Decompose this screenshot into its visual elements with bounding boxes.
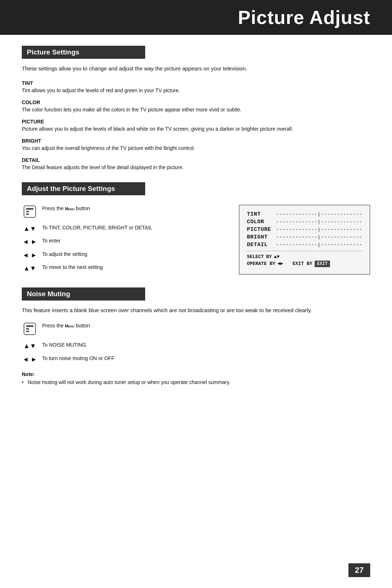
remote-icon [23, 205, 36, 218]
tv-operate-icon: ◄► [277, 261, 283, 266]
setting-color-desc: The color function lets you make all the… [22, 106, 370, 114]
noise-step-ud: ▲▼ To NOISE MUTING [22, 341, 370, 351]
adjust-layout: Press the Menu button ▲▼ To TINT, COLOR,… [22, 205, 370, 277]
main-content: Picture Settings These settings allow yo… [0, 35, 392, 412]
tv-label-detail: DETAIL [247, 242, 276, 248]
tv-row-detail: DETAIL -------------|------------- [247, 242, 362, 248]
note-item-1: Noise muting will not work during auto t… [22, 379, 370, 386]
step-nav-lr-1: ◄ ► To enter [22, 237, 224, 246]
svg-rect-7 [26, 331, 29, 332]
setting-detail-name: DETAIL [22, 157, 370, 163]
setting-color-name: COLOR [22, 99, 370, 105]
setting-detail: DETAIL The Detail feature adjusts the le… [22, 157, 370, 171]
page-title: Picture Adjust [0, 7, 370, 28]
noise-lr-arrow-icon: ◄ ► [22, 355, 38, 364]
tv-label-picture: PICTURE [247, 226, 276, 233]
tv-select-row: SELECT BY ▲▼ [247, 254, 362, 260]
svg-rect-3 [26, 213, 29, 215]
step-menu-text: Press the Menu button [42, 205, 90, 212]
page-wrapper: Picture Adjust Picture Settings These se… [0, 0, 392, 588]
tv-row-color: COLOR -------------|------------- [247, 219, 362, 225]
svg-rect-0 [24, 206, 36, 217]
step-nav-ud-2: ▲▼ To move to the next setting [22, 264, 224, 273]
step-nav-lr-2: ◄ ► To adjust the setting [22, 250, 224, 260]
step-nav-lr-1-text: To enter [42, 237, 61, 245]
setting-bright-desc: You can adjust the overall brightness of… [22, 144, 370, 152]
noise-step-ud-text: To NOISE MUTING [42, 341, 86, 349]
step-nav-ud-1: ▲▼ To TINT, COLOR, PICTURE, BRIGHT or DE… [22, 224, 224, 233]
tv-operate-row: OPERATE BY ◄► EXIT BY EXIT [247, 261, 362, 267]
tv-bar-picture: -------------|------------- [276, 227, 362, 232]
tv-label-tint: TINT [247, 211, 276, 217]
tv-label-color: COLOR [247, 219, 276, 225]
ud-arrow-icon-2: ▲▼ [22, 264, 38, 273]
page-number: 27 [348, 563, 370, 577]
tv-exit-btn: EXIT [315, 261, 330, 267]
noise-step-menu-text: Press the Menu button [42, 322, 90, 330]
setting-tint: TINT Tint allows you to adjust the level… [22, 80, 370, 94]
lr-arrow-icon-1: ◄ ► [22, 237, 38, 246]
setting-tint-name: TINT [22, 80, 370, 86]
page-header: Picture Adjust [0, 0, 392, 35]
tv-divider [247, 251, 362, 251]
menu-label-2: Menu [65, 324, 74, 328]
tv-bar-bright: -------------|------------- [276, 234, 362, 240]
setting-picture: PICTURE Picture allows you to adjust the… [22, 119, 370, 133]
noise-step-lr-text: To turn noise muting ON or OFF [42, 355, 114, 362]
setting-bright-name: BRIGHT [22, 138, 370, 144]
tv-exit-label: EXIT BY [293, 261, 313, 266]
tv-label-bright: BRIGHT [247, 234, 276, 240]
svg-rect-2 [26, 211, 29, 212]
tv-controls: SELECT BY ▲▼ OPERATE BY ◄► EXIT BY EXIT [247, 254, 362, 267]
step-nav-lr-2-text: To adjust the setting [42, 250, 87, 258]
step-nav-ud-1-text: To TINT, COLOR, PICTURE, BRIGHT or DETAI… [42, 224, 152, 232]
noise-menu-icon [22, 322, 38, 338]
tv-operate-label: OPERATE BY [247, 261, 275, 266]
picture-settings-section: Picture Settings These settings allow yo… [22, 46, 370, 171]
tv-bar-color: -------------|------------- [276, 219, 362, 225]
noise-step-menu: Press the Menu button [22, 322, 370, 338]
setting-color: COLOR The color function lets you make a… [22, 99, 370, 114]
setting-picture-name: PICTURE [22, 119, 370, 124]
tv-row-picture: PICTURE -------------|------------- [247, 226, 362, 233]
noise-ud-arrow-icon: ▲▼ [22, 341, 38, 351]
note-title: Note: [22, 371, 370, 377]
note-block: Note: Noise muting will not work during … [22, 371, 370, 386]
lr-arrow-icon-2: ◄ ► [22, 250, 38, 260]
svg-rect-1 [26, 208, 33, 210]
noise-steps: Press the Menu button ▲▼ To NOISE MUTING… [22, 322, 370, 364]
adjust-picture-header: Adjust the Picture Settings [22, 182, 145, 195]
tv-select-icon: ▲▼ [274, 254, 280, 260]
tv-select-label: SELECT [247, 254, 264, 260]
ud-arrow-icon-1: ▲▼ [22, 224, 38, 233]
tv-row-bright: BRIGHT -------------|------------- [247, 234, 362, 240]
tv-bar-tint: -------------|------------- [276, 212, 362, 217]
adjust-picture-section: Adjust the Picture Settings [22, 182, 370, 277]
noise-muting-header: Noise Muting [22, 287, 145, 301]
picture-settings-header: Picture Settings [22, 46, 145, 59]
remote-icon-2 [23, 322, 36, 335]
adjust-steps: Press the Menu button ▲▼ To TINT, COLOR,… [22, 205, 224, 277]
noise-muting-intro: This feature inserts a blank blue screen… [22, 306, 370, 315]
noise-step-lr: ◄ ► To turn noise muting ON or OFF [22, 355, 370, 364]
setting-detail-desc: The Detail feature adjusts the level of … [22, 164, 370, 171]
setting-bright: BRIGHT You can adjust the overall bright… [22, 138, 370, 152]
tv-bar-detail: -------------|------------- [276, 242, 362, 248]
step-nav-ud-2-text: To move to the next setting [42, 264, 103, 271]
setting-tint-desc: Tint allows you to adjust the levels of … [22, 87, 370, 94]
svg-rect-5 [26, 325, 33, 327]
noise-muting-section: Noise Muting This feature inserts a blan… [22, 287, 370, 386]
tv-row-tint: TINT -------------|------------- [247, 211, 362, 217]
svg-rect-4 [24, 323, 36, 335]
svg-rect-6 [26, 328, 29, 330]
tv-screen: TINT -------------|------------- COLOR -… [239, 205, 370, 275]
menu-label: Menu [65, 207, 74, 211]
setting-picture-desc: Picture allows you to adjust the levels … [22, 125, 370, 133]
tv-select-by: BY [266, 254, 272, 260]
picture-settings-intro: These settings allow you to change and a… [22, 65, 370, 73]
step-menu-icon [22, 205, 38, 221]
step-menu: Press the Menu button [22, 205, 224, 221]
